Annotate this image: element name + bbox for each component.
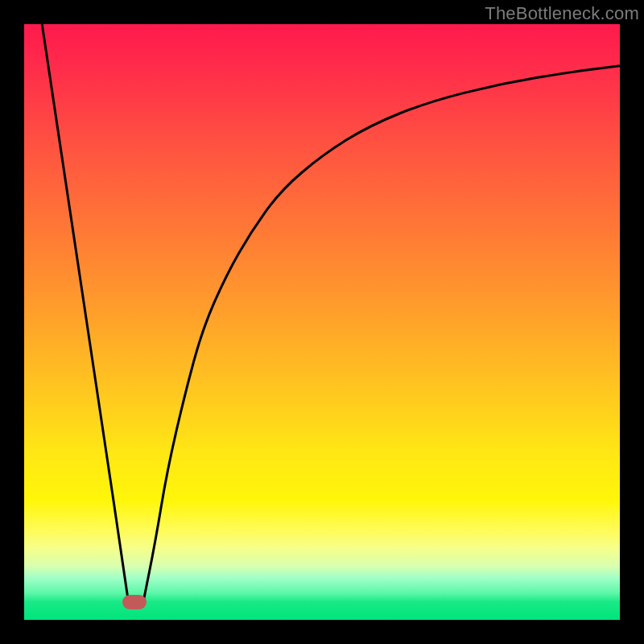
chart-curve [24,24,620,620]
left-branch-path [42,24,128,602]
chart-frame: TheBottleneck.com [0,0,644,644]
optimum-marker [122,595,147,609]
watermark-text: TheBottleneck.com [485,3,639,24]
chart-plot-area [24,24,620,620]
right-branch-path [143,66,620,602]
